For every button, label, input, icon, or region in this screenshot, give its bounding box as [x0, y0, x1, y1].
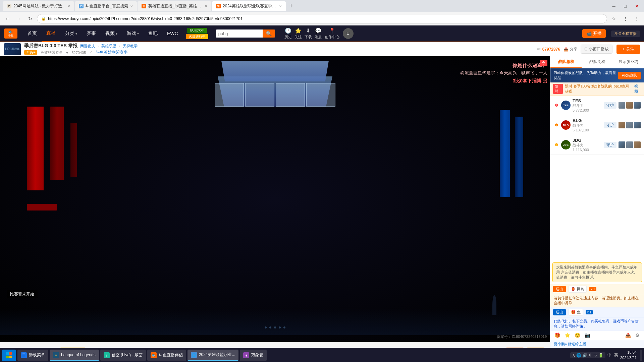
- game-menu-icon: ☰: [21, 352, 27, 358]
- back-button[interactable]: ←: [3, 14, 12, 23]
- restore-button[interactable]: □: [621, 1, 630, 11]
- tray-arrow-icon[interactable]: ∧: [572, 353, 575, 358]
- tray-battery-icon[interactable]: 🔋: [598, 353, 603, 358]
- camera-icon-btn[interactable]: 📷: [583, 331, 591, 339]
- emoji-icon-btn[interactable]: 😊: [573, 331, 581, 339]
- refresh-button[interactable]: ↻: [25, 14, 35, 23]
- pick-button[interactable]: Pick战队: [618, 72, 641, 79]
- tab-team-total[interactable]: 战队总榜: [550, 56, 582, 68]
- site-header: 🐟斗鱼 首页 直播 分类 ▾ 赛事 视频 ▾ 游戏 ▾: [0, 25, 644, 42]
- taskbar-app-lol[interactable]: ⚔ League of Legends: [50, 350, 99, 361]
- tab-3[interactable]: 鱼 英雄联盟直播_lol直播_英雄三... ✕: [138, 1, 211, 11]
- bookmark-button[interactable]: ☆: [609, 14, 619, 23]
- video-link[interactable]: 视频: [634, 84, 641, 94]
- tab-display[interactable]: 展示(6732): [613, 56, 644, 68]
- ime-label[interactable]: 中: [607, 352, 611, 358]
- gift-row-2: 送出 🎁 鱼 x 1: [550, 307, 644, 317]
- address-bar[interactable]: 🔒 https://www.douyu.com/topic/2024LPLsum…: [37, 14, 607, 23]
- nav-home[interactable]: 首页: [23, 25, 42, 42]
- chat-message-1: 你是什么冠军》: [460, 62, 547, 69]
- minimize-button[interactable]: ─: [609, 1, 619, 11]
- tab-1[interactable]: 2 2345网址导航 - 致力于打造... ✕: [3, 1, 74, 11]
- share-area[interactable]: 📤 分享: [564, 47, 577, 52]
- close-window-button[interactable]: ✕: [632, 1, 641, 11]
- messages-btn[interactable]: 💬 消息: [315, 27, 322, 40]
- gift-send-2[interactable]: 送出: [553, 309, 566, 315]
- browser-label: 2024英雄联盟职业...: [199, 352, 235, 358]
- team-logo-jdg: JDG: [561, 140, 571, 149]
- tab-3-close[interactable]: ✕: [205, 4, 207, 8]
- go-live-button[interactable]: 📹 开播: [582, 29, 606, 38]
- tab-1-close[interactable]: ✕: [67, 4, 70, 8]
- eye-icon: 👁: [537, 47, 541, 52]
- video-dropdown-icon: ▾: [116, 32, 117, 36]
- show-desktop-button[interactable]: [640, 350, 642, 361]
- gift-row-1: 送出 🏮 网购 x 1: [550, 284, 644, 294]
- champ-8: [626, 141, 633, 148]
- stream-tag-3[interactable]: 天梯教学: [123, 44, 138, 49]
- tab-4-close[interactable]: ✕: [279, 4, 282, 8]
- extensions-button[interactable]: ⋮: [621, 14, 630, 23]
- video-player[interactable]: 你是什么冠军》 @流量巨星华晨宇：今天高兴，喊声飞，一人 3比0拿下滔搏 另 今…: [0, 56, 550, 342]
- sidebar-tabs: 战队总榜 战队周榜 展示(6732): [550, 56, 644, 68]
- follow-button[interactable]: + 关注: [616, 45, 640, 54]
- tray-mic-icon[interactable]: 🎙: [588, 353, 592, 358]
- tab-4[interactable]: 鱼 2024英雄联盟职业联赛夏季赛... ✕: [212, 1, 286, 11]
- blue-pillar-2: [515, 117, 523, 197]
- tab-2[interactable]: 百 斗鱼直播平台_百度搜索 ✕: [75, 1, 137, 11]
- gift-send-1[interactable]: 送出: [553, 286, 566, 292]
- creator-icon: 📍: [329, 27, 335, 34]
- nav-live[interactable]: 直播: [42, 25, 60, 42]
- settings-chat-icon[interactable]: ⚙: [633, 331, 641, 339]
- tray-network-icon[interactable]: 🌐: [576, 353, 581, 358]
- gift-icon-btn[interactable]: 🎁: [553, 331, 561, 339]
- tab-team-weekly[interactable]: 战队周榜: [582, 56, 613, 68]
- nav-matches[interactable]: 赛事: [82, 25, 101, 42]
- floor-reflection: [0, 308, 550, 335]
- site-logo[interactable]: 🐟斗鱼: [4, 28, 17, 39]
- svg-rect-3: [9, 356, 12, 358]
- mini-window-button[interactable]: ⊡ 小窗口播放: [581, 45, 612, 54]
- clock-time: 18:04: [620, 350, 637, 355]
- start-button[interactable]: [2, 350, 16, 361]
- taskbar-app-game-menu[interactable]: ☰ 游戏菜单: [17, 350, 48, 361]
- new-tab-button[interactable]: +: [286, 1, 296, 11]
- gift-item-1: 🏮 网购: [569, 286, 587, 293]
- nav-video[interactable]: 视频 ▾: [101, 25, 122, 42]
- history-btn[interactable]: 🕐 历史: [284, 27, 292, 40]
- user-avatar[interactable]: U: [343, 28, 354, 39]
- stream-tag-1[interactable]: 网游竞技: [80, 44, 95, 49]
- creator-center-btn[interactable]: 📍 创作中心: [325, 27, 339, 40]
- download-btn[interactable]: ⬇ 下载: [305, 27, 312, 40]
- tray-security-icon[interactable]: 🛡: [593, 353, 597, 358]
- nav-forum[interactable]: 鱼吧: [144, 25, 162, 42]
- tab-2-close[interactable]: ✕: [130, 4, 133, 8]
- star-icon-btn[interactable]: ⭐: [563, 331, 571, 339]
- taskbar-app-douyu[interactable]: 🐟 斗鱼直播伴侣: [147, 350, 186, 361]
- search-input[interactable]: [216, 30, 263, 38]
- taskbar-clock[interactable]: 18:04 2024/8/21: [620, 350, 637, 360]
- taskbar-app-music[interactable]: ♪ 信空 (Live) - 戴荃: [100, 350, 146, 361]
- nav-games[interactable]: 游戏 ▾: [122, 25, 144, 42]
- tray-volume-icon[interactable]: 🔊: [582, 353, 587, 358]
- stream-tag-2[interactable]: 英雄联盟: [101, 44, 116, 49]
- svg-rect-1: [9, 352, 12, 355]
- battle-sub: 火爆进行中: [186, 34, 208, 39]
- nav-ewc[interactable]: EWC: [162, 25, 183, 42]
- battle-event[interactable]: 绝地求生 火爆进行中: [186, 28, 208, 39]
- browser-chrome: 2 2345网址导航 - 致力于打造... ✕ 百 斗鱼直播平台_百度搜索 ✕ …: [0, 0, 644, 25]
- icp-number: 备案号：Z1904073240513019: [497, 334, 547, 339]
- more-button[interactable]: ⋮: [632, 14, 641, 23]
- fans-count: 5270405: [72, 51, 86, 55]
- search-button[interactable]: 🔍: [263, 29, 275, 38]
- search-box[interactable]: 🔍: [216, 29, 275, 38]
- stream-host[interactable]: 斗鱼英雄联盟赛事: [96, 50, 128, 55]
- message-icon: 💬: [315, 27, 322, 34]
- more-chat-icon[interactable]: 📤: [624, 331, 632, 339]
- follow-btn[interactable]: ⭐ 关注: [294, 27, 302, 40]
- nav-category[interactable]: 分类 ▾: [60, 25, 82, 42]
- forward-button[interactable]: →: [14, 14, 23, 23]
- champ-2: [626, 102, 633, 109]
- taskbar-app-wanxiang[interactable]: ♦ 万象管: [240, 350, 267, 361]
- taskbar-app-browser[interactable]: 🌐 2024英雄联盟职业...: [187, 350, 239, 361]
